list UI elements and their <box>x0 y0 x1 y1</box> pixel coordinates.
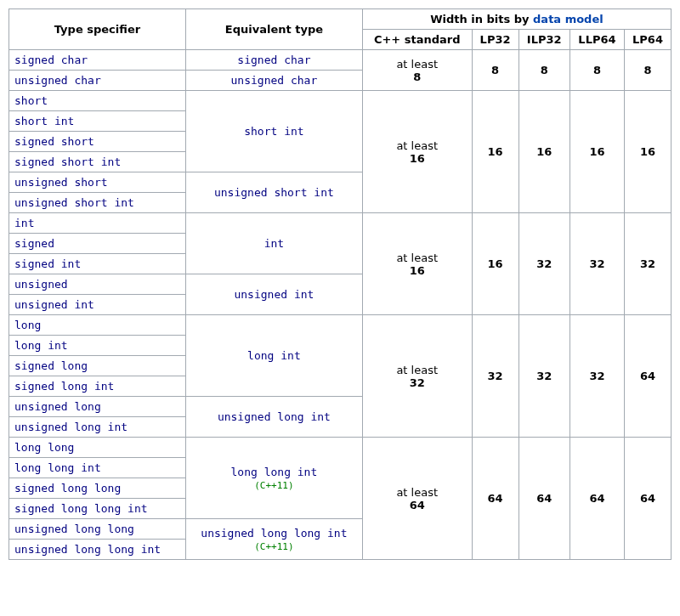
at-least-value: 16 <box>368 264 467 277</box>
at-least-label: at least <box>368 364 467 376</box>
col-width-group: Width in bits by data model <box>362 9 671 30</box>
equivalent-type-cell: long long int(C++11) <box>185 438 362 519</box>
type-specifier-cell: unsigned char <box>9 71 186 91</box>
width-cell: 16 <box>518 91 570 213</box>
at-least-label: at least <box>368 58 467 71</box>
type-specifier-cell: unsigned long long int <box>9 540 186 560</box>
equivalent-type-cell: long int <box>185 315 362 397</box>
width-cell: 64 <box>625 315 672 438</box>
type-specifier-cell: long long <box>9 438 186 458</box>
width-cell: 8 <box>625 50 672 91</box>
cpp-standard-cell: at least32 <box>362 315 472 438</box>
type-specifier-cell: unsigned long <box>9 397 186 417</box>
data-model-link[interactable]: data model <box>533 13 604 25</box>
type-specifier-cell: unsigned <box>9 274 186 295</box>
width-cell: 16 <box>472 91 518 213</box>
equivalent-type-cell: unsigned char <box>185 71 362 91</box>
width-cell: 64 <box>518 438 570 560</box>
at-least-value: 64 <box>368 499 467 511</box>
width-cell: 32 <box>625 213 672 315</box>
type-specifier-cell: long long int <box>9 458 186 478</box>
cpp-standard-cell: at least64 <box>362 438 472 560</box>
width-cell: 8 <box>570 50 624 91</box>
cpp11-mark: (C++11) <box>254 541 293 552</box>
width-cell: 64 <box>570 438 624 560</box>
type-specifier-cell: signed long long int <box>9 499 186 519</box>
type-width-table: Type specifier Equivalent type Width in … <box>8 8 672 560</box>
table-row: intintat least1616323232 <box>9 213 672 234</box>
type-specifier-cell: signed int <box>9 254 186 274</box>
width-cell: 16 <box>472 213 518 315</box>
table-row: longlong intat least3232323264 <box>9 315 672 336</box>
type-specifier-cell: signed short int <box>9 152 186 172</box>
equivalent-type-cell: signed char <box>185 50 362 71</box>
at-least-label: at least <box>368 251 467 264</box>
width-group-prefix: Width in bits by <box>430 13 533 25</box>
type-specifier-cell: int <box>9 213 186 234</box>
equivalent-type-cell: unsigned short int <box>185 172 362 213</box>
type-specifier-cell: signed char <box>9 50 186 71</box>
width-cell: 8 <box>518 50 570 91</box>
type-specifier-cell: signed long int <box>9 376 186 397</box>
at-least-label: at least <box>368 139 467 152</box>
at-least-value: 8 <box>368 71 467 83</box>
at-least-value: 32 <box>368 376 467 389</box>
at-least-value: 16 <box>368 152 467 165</box>
width-cell: 32 <box>518 213 570 315</box>
col-equivalent-type: Equivalent type <box>185 9 362 50</box>
table-row: signed charsigned charat least88888 <box>9 50 672 71</box>
cpp11-mark: (C++11) <box>254 480 293 491</box>
at-least-label: at least <box>368 486 467 499</box>
cpp-standard-cell: at least8 <box>362 50 472 91</box>
table-row: long longlong long int(C++11)at least646… <box>9 438 672 458</box>
type-specifier-cell: short <box>9 91 186 111</box>
type-specifier-cell: short int <box>9 111 186 132</box>
width-cell: 16 <box>570 91 624 213</box>
equivalent-type-cell: unsigned long int <box>185 397 362 438</box>
width-cell: 16 <box>625 91 672 213</box>
type-specifier-cell: unsigned short <box>9 172 186 193</box>
equivalent-type-cell: unsigned int <box>185 274 362 315</box>
cpp-standard-cell: at least16 <box>362 213 472 315</box>
table-row: shortshort intat least1616161616 <box>9 91 672 111</box>
width-cell: 64 <box>472 438 518 560</box>
type-specifier-cell: unsigned int <box>9 295 186 315</box>
equivalent-type-cell: unsigned long long int(C++11) <box>185 519 362 560</box>
type-specifier-cell: signed short <box>9 132 186 152</box>
type-specifier-cell: signed <box>9 234 186 254</box>
type-specifier-cell: unsigned long long <box>9 519 186 540</box>
col-type-specifier: Type specifier <box>9 9 186 50</box>
width-cell: 32 <box>570 315 624 438</box>
width-cell: 8 <box>472 50 518 91</box>
width-cell: 32 <box>518 315 570 438</box>
type-specifier-cell: signed long long <box>9 478 186 499</box>
type-specifier-cell: signed long <box>9 356 186 376</box>
type-specifier-cell: long <box>9 315 186 336</box>
width-cell: 32 <box>570 213 624 315</box>
equivalent-type-cell: int <box>185 213 362 274</box>
type-specifier-cell: unsigned short int <box>9 193 186 213</box>
cpp-standard-cell: at least16 <box>362 91 472 213</box>
col-ilp32: ILP32 <box>518 30 570 50</box>
type-specifier-cell: long int <box>9 336 186 356</box>
col-c-standard: C++ standard <box>362 30 472 50</box>
col-lp32: LP32 <box>472 30 518 50</box>
equivalent-type-cell: short int <box>185 91 362 172</box>
type-specifier-cell: unsigned long int <box>9 417 186 438</box>
col-lp64: LP64 <box>625 30 672 50</box>
width-cell: 32 <box>472 315 518 438</box>
width-cell: 64 <box>625 438 672 560</box>
col-llp64: LLP64 <box>570 30 624 50</box>
